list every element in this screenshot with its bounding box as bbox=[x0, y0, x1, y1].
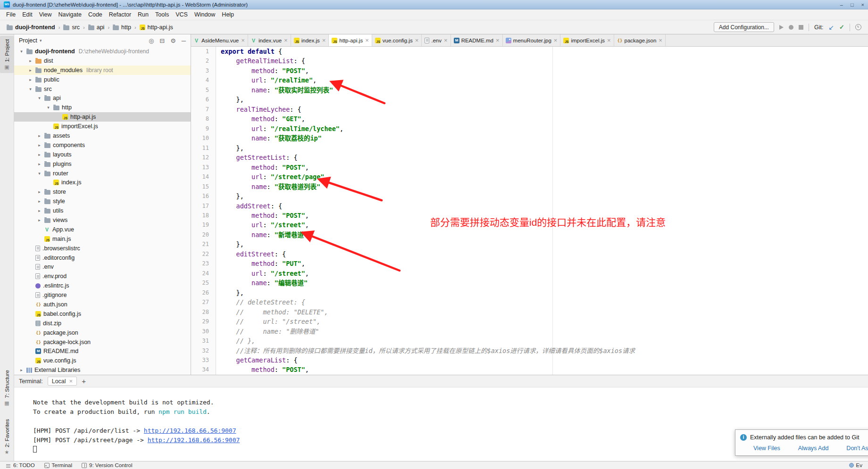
chevron-icon[interactable]: ▾ bbox=[37, 96, 42, 100]
menu-item-file[interactable]: File bbox=[3, 11, 19, 18]
tree-item[interactable]: ▸node_moduleslibrary root bbox=[14, 66, 191, 75]
stripe-favorites-button[interactable]: 2: Favorites ★ bbox=[0, 416, 14, 458]
tree-item[interactable]: ▸public bbox=[14, 75, 191, 84]
status-item[interactable]: 6: TODO bbox=[6, 462, 35, 468]
notification-action[interactable]: Always Add bbox=[798, 445, 829, 452]
add-configuration-button[interactable]: Add Configuration... bbox=[714, 22, 774, 32]
chevron-icon[interactable]: ▸ bbox=[37, 189, 42, 194]
tree-item[interactable]: .eslintrc.js bbox=[14, 281, 191, 290]
stripe-project-button[interactable]: 1: Project ▣ bbox=[0, 36, 14, 73]
tree-item[interactable]: ▾router bbox=[14, 169, 191, 178]
gear-icon[interactable]: ⚙ bbox=[170, 37, 176, 44]
tree-item[interactable]: ▸views bbox=[14, 215, 191, 225]
minimize-button[interactable]: – bbox=[840, 2, 843, 8]
editor-tab[interactable]: README.md× bbox=[451, 34, 503, 46]
stop-icon[interactable] bbox=[799, 25, 803, 30]
code-line[interactable]: method: "GET", bbox=[221, 114, 868, 123]
close-button[interactable]: × bbox=[861, 2, 864, 8]
tree-item[interactable]: ▸layouts bbox=[14, 150, 191, 159]
breadcrumb-item[interactable]: api bbox=[88, 24, 105, 31]
editor-tab[interactable]: vue.config.js× bbox=[372, 34, 422, 46]
editor-tab[interactable]: index.js× bbox=[291, 34, 329, 46]
close-icon[interactable]: × bbox=[607, 37, 611, 44]
code-line[interactable]: name: "新增巷道" bbox=[221, 230, 868, 239]
menu-item-refactor[interactable]: Refactor bbox=[106, 11, 134, 18]
breadcrumb-item[interactable]: http bbox=[113, 24, 131, 31]
tree-item[interactable]: ▸External Libraries bbox=[14, 365, 191, 375]
tree-item[interactable]: http-api.js bbox=[14, 112, 191, 122]
code-line[interactable]: method: "POST", bbox=[221, 365, 868, 374]
menu-item-navigate[interactable]: Navigate bbox=[55, 11, 85, 18]
notification-action[interactable]: View Files bbox=[753, 445, 780, 452]
status-item[interactable]: Terminal bbox=[44, 462, 72, 468]
chevron-icon[interactable]: ▸ bbox=[37, 208, 42, 213]
code-line[interactable]: name: "获取实时监控列表" bbox=[221, 85, 868, 95]
code-line[interactable]: getCameraList: { bbox=[221, 355, 868, 365]
notification-action[interactable]: Don't Ask Again bbox=[846, 445, 868, 452]
breadcrumb-item[interactable]: src bbox=[63, 24, 80, 31]
chevron-icon[interactable]: ▸ bbox=[37, 162, 42, 166]
code-line[interactable]: // method: "DELETE", bbox=[221, 307, 868, 317]
tree-item[interactable]: .env bbox=[14, 262, 191, 272]
chevron-icon[interactable]: ▸ bbox=[37, 199, 42, 204]
tree-item[interactable]: ▸store bbox=[14, 187, 191, 197]
chevron-icon[interactable]: ▾ bbox=[46, 105, 51, 110]
tree-item[interactable]: dist.zip bbox=[14, 319, 191, 328]
tree-item[interactable]: ▸assets bbox=[14, 131, 191, 140]
close-icon[interactable]: × bbox=[444, 37, 448, 44]
code-line[interactable]: realTimeLychee: { bbox=[221, 105, 868, 114]
tree-item[interactable]: package-lock.json bbox=[14, 337, 191, 347]
close-icon[interactable]: × bbox=[554, 37, 558, 44]
code-line[interactable]: // name: "删除巷道" bbox=[221, 327, 868, 336]
editor-tab[interactable]: index.vue× bbox=[248, 34, 291, 46]
code-line[interactable]: }, bbox=[221, 239, 868, 249]
editor-tab[interactable]: menuRouter.jpg× bbox=[503, 34, 561, 46]
code-line[interactable]: name: "获取荔枝的ip" bbox=[221, 133, 868, 143]
menu-item-run[interactable]: Run bbox=[134, 11, 152, 18]
code-line[interactable]: // url: "/street", bbox=[221, 317, 868, 326]
code-line[interactable]: url: "/realTime", bbox=[221, 75, 868, 85]
new-terminal-icon[interactable]: + bbox=[82, 377, 86, 385]
tree-item[interactable]: ▸plugins bbox=[14, 159, 191, 169]
code-line[interactable]: // deleteStreet: { bbox=[221, 297, 868, 307]
maximize-button[interactable]: □ bbox=[851, 2, 854, 8]
code-line[interactable]: getRealTimeList: { bbox=[221, 56, 868, 66]
hide-panel-icon[interactable]: ─ bbox=[182, 37, 186, 44]
code-line[interactable]: }, bbox=[221, 288, 868, 297]
project-panel-title[interactable]: Project bbox=[19, 37, 37, 44]
tree-item[interactable]: ▸dist bbox=[14, 56, 191, 66]
tree-item[interactable]: main.js bbox=[14, 234, 191, 244]
tree-item[interactable]: ▸style bbox=[14, 197, 191, 206]
tree-item[interactable]: package.json bbox=[14, 328, 191, 337]
status-item[interactable]: 9: Version Control bbox=[82, 462, 132, 468]
chevron-icon[interactable]: ▸ bbox=[37, 143, 42, 148]
code-line[interactable]: export default { bbox=[221, 47, 868, 56]
code-line[interactable]: name: "获取巷道列表" bbox=[221, 182, 868, 191]
breadcrumb-item[interactable]: http-api.js bbox=[140, 24, 173, 31]
code-line[interactable]: method: "PUT", bbox=[221, 259, 868, 268]
code-line[interactable]: }, bbox=[221, 143, 868, 153]
debug-icon[interactable] bbox=[789, 25, 793, 30]
chevron-icon[interactable]: ▸ bbox=[28, 58, 33, 63]
editor-tab[interactable]: importExcel.js× bbox=[560, 34, 614, 46]
chevron-icon[interactable]: ▾ bbox=[28, 87, 33, 91]
tree-item[interactable]: App.vue bbox=[14, 225, 191, 234]
menu-item-window[interactable]: Window bbox=[191, 11, 218, 18]
tree-item[interactable]: ▸utils bbox=[14, 206, 191, 215]
tree-item[interactable]: .gitignore bbox=[14, 290, 191, 300]
menu-item-edit[interactable]: Edit bbox=[19, 11, 36, 18]
breadcrumb-item[interactable]: duoji-frontend bbox=[7, 24, 55, 31]
tree-item[interactable]: babel.config.js bbox=[14, 309, 191, 319]
code-area[interactable]: export default { getRealTimeList: { meth… bbox=[216, 47, 868, 375]
tree-item[interactable]: ▾src bbox=[14, 84, 191, 94]
close-icon[interactable]: × bbox=[415, 37, 419, 44]
tree-item[interactable]: ▾http bbox=[14, 103, 191, 112]
tree-item[interactable]: ▸components bbox=[14, 140, 191, 150]
tree-item[interactable]: ▾api bbox=[14, 93, 191, 103]
chevron-icon[interactable]: ▸ bbox=[37, 218, 42, 222]
editor-tab[interactable]: AsideMenu.vue× bbox=[191, 34, 248, 46]
editor-tab[interactable]: package.json× bbox=[614, 34, 666, 46]
menu-item-code[interactable]: Code bbox=[85, 11, 106, 18]
stripe-structure-button[interactable]: 7: Structure ▦ bbox=[0, 367, 14, 409]
close-icon[interactable]: × bbox=[496, 37, 500, 44]
